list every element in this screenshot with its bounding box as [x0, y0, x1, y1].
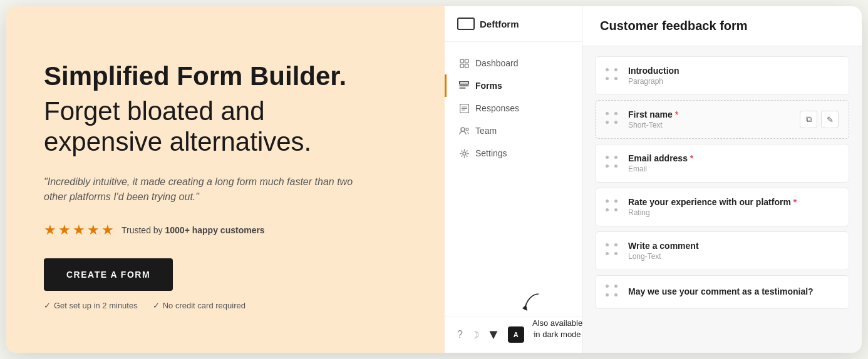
item-label-4: Write a comment [628, 241, 839, 251]
grid-icon-0 [606, 68, 621, 83]
item-content-0: Introduction Paragraph [628, 66, 839, 86]
sidebar-item-forms[interactable]: Forms [445, 74, 582, 97]
svg-rect-4 [460, 82, 469, 84]
item-content-3: Rate your experience with our platform *… [628, 197, 839, 217]
form-content: Introduction Paragraph First name * Shor… [582, 46, 862, 353]
edit-button-1[interactable]: ✎ [821, 111, 839, 128]
item-actions-1: ⧉ ✎ [800, 111, 839, 128]
check-icon-1: ✓ [44, 301, 51, 310]
team-icon [459, 126, 469, 136]
hero-subtitle: Forget bloated andexpensive alternatives… [44, 96, 407, 157]
form-title: Customer feedback form [600, 19, 844, 33]
item-type-0: Paragraph [628, 77, 839, 86]
item-type-1: Short-Text [628, 121, 792, 129]
form-item-testimonial: May we use your comment as a testimonial… [595, 275, 849, 309]
item-label-2: Email address * [628, 153, 839, 163]
item-label-1: First name * [628, 109, 792, 119]
star-4: ★ [87, 222, 100, 238]
dashboard-icon [459, 58, 469, 68]
svg-point-11 [461, 128, 465, 131]
left-panel: Simplified Form Builder. Forget bloated … [6, 6, 445, 353]
svg-point-13 [463, 152, 466, 155]
responses-icon [459, 103, 469, 113]
dark-mode-icon[interactable]: ☽ [470, 329, 479, 341]
sidebar-item-dashboard-label: Dashboard [475, 58, 519, 68]
svg-rect-2 [460, 64, 464, 68]
star-5: ★ [101, 222, 114, 238]
sidebar: Deftform Dashboard [445, 6, 582, 353]
create-form-button[interactable]: CREATE A FORM [44, 258, 173, 291]
cta-footnotes: ✓ Get set up in 2 minutes ✓ No credit ca… [44, 301, 407, 310]
footnote-setup: ✓ Get set up in 2 minutes [44, 301, 138, 310]
svg-rect-6 [460, 88, 466, 89]
svg-point-12 [466, 128, 468, 131]
check-icon-2: ✓ [153, 301, 160, 310]
sidebar-item-team[interactable]: Team [445, 119, 582, 142]
hero-title-bold: Simplified Form Builder. [44, 61, 407, 91]
trust-text: Trusted by 1000+ happy customers [121, 225, 265, 235]
logo-text: Deftform [480, 19, 519, 29]
form-item-rating: Rate your experience with our platform *… [595, 188, 849, 226]
sidebar-logo: Deftform [445, 6, 582, 42]
sidebar-item-team-label: Team [475, 126, 497, 136]
svg-rect-3 [465, 64, 468, 68]
grid-icon-2 [606, 156, 621, 171]
form-item-introduction: Introduction Paragraph [595, 56, 849, 95]
forms-icon [459, 81, 469, 91]
sidebar-nav: Dashboard Forms [445, 42, 582, 316]
star-3: ★ [73, 222, 85, 238]
right-panel: Customer feedback form Introduction Para… [582, 6, 862, 353]
grid-icon-3 [606, 200, 621, 215]
logo-icon [457, 18, 475, 30]
item-content-2: Email address * Email [628, 153, 839, 173]
settings-icon [459, 148, 469, 158]
form-item-email: Email address * Email [595, 144, 849, 183]
sidebar-item-forms-label: Forms [475, 81, 502, 91]
copy-button-1[interactable]: ⧉ [800, 111, 817, 128]
form-item-firstname: First name * Short-Text ⧉ ✎ [595, 100, 849, 139]
avatar-button[interactable]: A [508, 326, 524, 343]
item-content-1: First name * Short-Text [628, 109, 792, 129]
item-label-3: Rate your experience with our platform * [628, 197, 839, 207]
grid-icon-1 [606, 112, 621, 127]
form-header: Customer feedback form [582, 6, 862, 46]
sidebar-item-responses[interactable]: Responses [445, 97, 582, 119]
stars-row: ★ ★ ★ ★ ★ Trusted by 1000+ happy custome… [44, 222, 407, 238]
item-label-5: May we use your comment as a testimonial… [628, 286, 839, 296]
item-content-4: Write a comment Long-Text [628, 241, 839, 261]
item-label-0: Introduction [628, 66, 839, 76]
sidebar-item-dashboard[interactable]: Dashboard [445, 52, 582, 74]
sidebar-bottom: ? ☽ ▼ A ⌃ [445, 316, 582, 353]
svg-rect-5 [460, 86, 469, 87]
help-icon[interactable]: ? [457, 329, 463, 340]
footnote-credit: ✓ No credit card required [153, 301, 245, 310]
form-item-comment: Write a comment Long-Text [595, 231, 849, 270]
star-2: ★ [58, 222, 71, 238]
hero-quote: "Incredibly intuitive, it made creating … [44, 174, 357, 205]
sidebar-item-settings-label: Settings [475, 148, 507, 158]
star-ratings: ★ ★ ★ ★ ★ [44, 222, 114, 238]
grid-icon-4 [606, 243, 621, 258]
sidebar-item-responses-label: Responses [475, 103, 519, 113]
item-type-4: Long-Text [628, 252, 839, 261]
tooltip-pointer-icon: ▼ [487, 326, 500, 342]
app-container: Simplified Form Builder. Forget bloated … [6, 6, 862, 353]
svg-rect-1 [465, 59, 468, 63]
chevron-up-icon: ⌃ [532, 331, 537, 338]
item-content-5: May we use your comment as a testimonial… [628, 286, 839, 298]
star-1: ★ [44, 222, 56, 238]
svg-rect-0 [460, 59, 464, 63]
sidebar-item-settings[interactable]: Settings [445, 142, 582, 164]
grid-icon-5 [606, 285, 621, 300]
item-type-2: Email [628, 164, 839, 173]
item-type-3: Rating [628, 208, 839, 217]
